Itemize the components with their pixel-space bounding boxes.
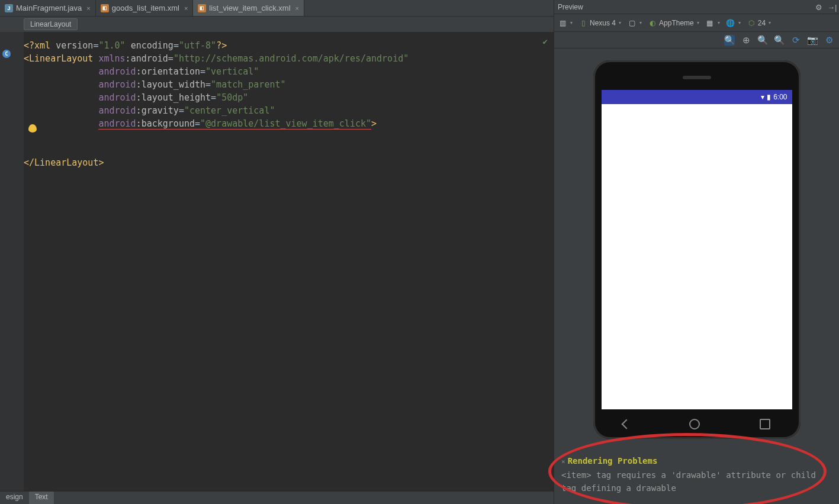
tab-text[interactable]: Text xyxy=(29,492,54,504)
device-dropdown[interactable]: ▯Nexus 4 xyxy=(578,18,621,28)
xml-file-icon: ◧ xyxy=(198,4,206,12)
preview-toolbar: ▥ ▯Nexus 4 ▢ ◐AppTheme ▦ 🌐 ⬡24 xyxy=(554,14,839,32)
java-file-icon: J xyxy=(5,4,13,12)
android-nav-bar xyxy=(593,415,801,433)
tab-label: goods_list_item.xml xyxy=(112,4,179,12)
editor-area: J MainFragment.java × ◧ goods_list_item.… xyxy=(0,0,554,504)
error-title: Rendering Problems xyxy=(568,456,658,466)
error-close-icon[interactable]: × xyxy=(561,458,565,466)
gutter: C xyxy=(0,32,24,491)
nav-recent-icon xyxy=(760,419,770,429)
zoom-actual-icon[interactable]: ⊕ xyxy=(741,35,751,46)
tab-design[interactable]: esign xyxy=(0,492,29,504)
code-lines: <?xml version="1.0" encoding="utf-8"?> <… xyxy=(24,32,554,491)
tab-label: MainFragment.java xyxy=(16,4,82,12)
close-icon[interactable]: × xyxy=(184,5,188,12)
tab-goods-list-item[interactable]: ◧ goods_list_item.xml × xyxy=(96,0,194,16)
editor-mode-tabs: esign Text xyxy=(0,491,554,504)
error-message: <item> tag requires a 'drawable' attribu… xyxy=(561,469,832,495)
nav-back-icon xyxy=(621,419,631,429)
preview-zoom-toolbar: 🔍 ⊕ 🔍 🔍 ⟳ 📷 ⚙ xyxy=(554,32,839,49)
status-time: 6:00 xyxy=(773,93,787,101)
class-gutter-icon: C xyxy=(2,50,11,58)
tab-mainfragment[interactable]: J MainFragment.java × xyxy=(0,0,96,16)
refresh-icon[interactable]: ⟳ xyxy=(790,35,801,46)
close-icon[interactable]: × xyxy=(295,5,299,12)
code-editor[interactable]: C ✔ <?xml version="1.0" encoding="utf-8"… xyxy=(0,32,554,491)
screenshot-icon[interactable]: 📷 xyxy=(807,35,818,46)
status-bar: ▾ ▮ 6:00 xyxy=(602,90,792,104)
phone-frame: ▾ ▮ 6:00 xyxy=(593,60,801,439)
bulb-icon[interactable] xyxy=(28,124,37,133)
close-icon[interactable]: × xyxy=(86,5,90,12)
hide-icon[interactable]: →| xyxy=(827,3,835,11)
preview-title: Preview xyxy=(558,3,583,11)
wifi-icon: ▾ xyxy=(761,93,764,101)
theme-dropdown[interactable]: ◐AppTheme xyxy=(648,18,699,28)
analysis-ok-icon: ✔ xyxy=(543,37,548,46)
nav-home-icon xyxy=(689,419,700,429)
config-dropdown[interactable]: ▥ xyxy=(558,18,573,28)
settings-icon[interactable]: ⚙ xyxy=(824,35,834,46)
phone-speaker xyxy=(683,76,711,79)
zoom-in-icon[interactable]: 🔍 xyxy=(757,35,768,46)
api-dropdown[interactable]: ⬡24 xyxy=(747,18,771,28)
rendering-error-panel: ×Rendering Problems <item> tag requires … xyxy=(554,450,839,504)
breadcrumb-linearlayout[interactable]: LinearLayout xyxy=(24,18,78,30)
tab-label: list_view_item_click.xml xyxy=(209,4,290,12)
editor-tabs: J MainFragment.java × ◧ goods_list_item.… xyxy=(0,0,554,17)
preview-header: Preview ⚙ →| xyxy=(554,0,839,14)
xml-file-icon: ◧ xyxy=(101,4,109,12)
zoom-fit-icon[interactable]: 🔍 xyxy=(724,35,735,46)
layout-dropdown[interactable]: ▦ xyxy=(705,18,720,28)
locale-dropdown[interactable]: 🌐 xyxy=(726,18,741,28)
orientation-dropdown[interactable]: ▢ xyxy=(627,18,642,28)
tab-list-view-item-click[interactable]: ◧ list_view_item_click.xml × xyxy=(193,0,304,16)
battery-icon: ▮ xyxy=(767,93,771,101)
zoom-out-icon[interactable]: 🔍 xyxy=(774,35,785,46)
phone-screen: ▾ ▮ 6:00 xyxy=(602,90,792,409)
gear-icon[interactable]: ⚙ xyxy=(815,3,824,11)
preview-panel: Preview ⚙ →| ▥ ▯Nexus 4 ▢ ◐AppTheme ▦ 🌐 … xyxy=(554,0,839,504)
device-render-area: ▾ ▮ 6:00 ×Rendering Problems <item> tag … xyxy=(554,49,839,504)
breadcrumb-bar: LinearLayout xyxy=(0,17,554,32)
